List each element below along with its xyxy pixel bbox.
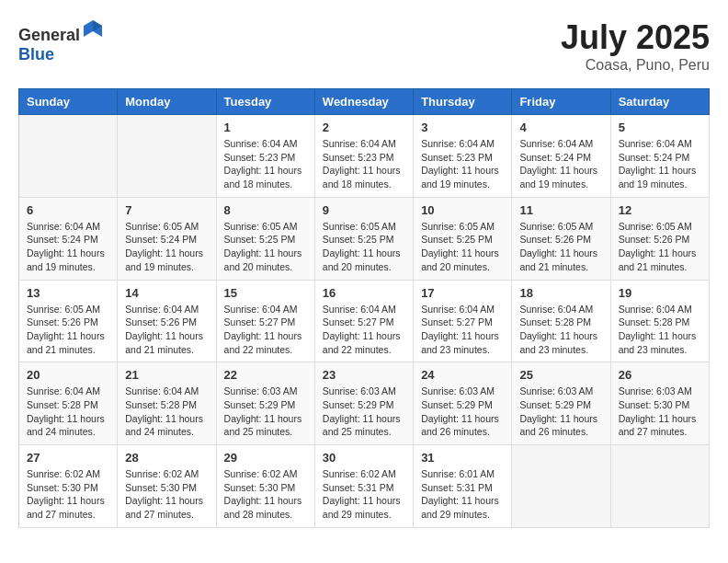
col-tuesday: Tuesday [216,89,314,115]
month-year-title: July 2025 [561,18,710,57]
day-number: 9 [323,203,405,217]
day-info: Sunrise: 6:04 AMSunset: 5:28 PMDaylight:… [27,385,109,439]
day-number: 19 [619,286,701,300]
day-number: 17 [421,286,504,300]
table-row: 18Sunrise: 6:04 AMSunset: 5:28 PMDayligh… [512,280,610,362]
col-sunday: Sunday [19,89,118,115]
table-row: 19Sunrise: 6:04 AMSunset: 5:28 PMDayligh… [610,280,709,362]
table-row: 4Sunrise: 6:04 AMSunset: 5:24 PMDaylight… [512,115,610,198]
table-row: 7Sunrise: 6:05 AMSunset: 5:24 PMDaylight… [118,197,216,280]
day-info: Sunrise: 6:04 AMSunset: 5:24 PMDaylight:… [27,220,109,274]
day-number: 30 [323,451,405,465]
day-info: Sunrise: 6:04 AMSunset: 5:23 PMDaylight:… [224,137,307,191]
day-info: Sunrise: 6:01 AMSunset: 5:31 PMDaylight:… [421,467,504,522]
day-number: 23 [323,368,405,382]
day-number: 22 [224,368,307,382]
day-number: 11 [519,203,602,217]
day-info: Sunrise: 6:04 AMSunset: 5:28 PMDaylight:… [619,303,701,357]
table-row: 5Sunrise: 6:04 AMSunset: 5:24 PMDaylight… [610,115,709,198]
calendar-week-row: 13Sunrise: 6:05 AMSunset: 5:26 PMDayligh… [19,280,710,362]
day-number: 24 [421,368,504,382]
table-row: 24Sunrise: 6:03 AMSunset: 5:29 PMDayligh… [414,362,512,445]
col-thursday: Thursday [414,89,512,115]
day-number: 12 [619,203,701,217]
day-info: Sunrise: 6:04 AMSunset: 5:27 PMDaylight:… [421,303,504,357]
day-number: 20 [27,368,109,382]
day-number: 29 [224,451,307,465]
day-number: 13 [27,286,109,300]
table-row: 10Sunrise: 6:05 AMSunset: 5:25 PMDayligh… [414,197,512,280]
day-number: 31 [421,451,504,465]
logo: General Blue [18,18,104,64]
table-row [610,445,709,528]
table-row: 6Sunrise: 6:04 AMSunset: 5:24 PMDaylight… [19,197,118,280]
table-row: 13Sunrise: 6:05 AMSunset: 5:26 PMDayligh… [19,280,118,362]
calendar-header-row: Sunday Monday Tuesday Wednesday Thursday… [19,89,710,115]
day-info: Sunrise: 6:03 AMSunset: 5:29 PMDaylight:… [323,385,405,439]
day-info: Sunrise: 6:04 AMSunset: 5:23 PMDaylight:… [323,137,405,191]
day-number: 8 [224,203,307,217]
table-row: 21Sunrise: 6:04 AMSunset: 5:28 PMDayligh… [118,362,216,445]
day-number: 2 [323,121,405,134]
day-info: Sunrise: 6:02 AMSunset: 5:30 PMDaylight:… [125,467,208,522]
day-info: Sunrise: 6:05 AMSunset: 5:25 PMDaylight:… [323,220,405,274]
calendar-week-row: 6Sunrise: 6:04 AMSunset: 5:24 PMDaylight… [19,197,710,280]
table-row: 16Sunrise: 6:04 AMSunset: 5:27 PMDayligh… [314,280,413,362]
table-row: 29Sunrise: 6:02 AMSunset: 5:30 PMDayligh… [216,445,314,528]
table-row [19,115,118,198]
calendar-week-row: 20Sunrise: 6:04 AMSunset: 5:28 PMDayligh… [19,362,710,445]
day-info: Sunrise: 6:04 AMSunset: 5:23 PMDaylight:… [421,137,504,191]
table-row: 30Sunrise: 6:02 AMSunset: 5:31 PMDayligh… [314,445,413,528]
table-row: 20Sunrise: 6:04 AMSunset: 5:28 PMDayligh… [19,362,118,445]
day-info: Sunrise: 6:02 AMSunset: 5:30 PMDaylight:… [27,467,109,522]
day-info: Sunrise: 6:02 AMSunset: 5:30 PMDaylight:… [224,467,307,522]
day-info: Sunrise: 6:02 AMSunset: 5:31 PMDaylight:… [323,467,405,522]
table-row: 9Sunrise: 6:05 AMSunset: 5:25 PMDaylight… [314,197,413,280]
col-saturday: Saturday [610,89,709,115]
page-header: General Blue July 2025 Coasa, Puno, Peru [18,18,710,74]
table-row [512,445,610,528]
day-info: Sunrise: 6:05 AMSunset: 5:26 PMDaylight:… [27,303,109,357]
day-number: 5 [619,121,701,134]
location-subtitle: Coasa, Puno, Peru [561,57,710,74]
day-number: 26 [619,368,701,382]
day-info: Sunrise: 6:05 AMSunset: 5:25 PMDaylight:… [224,220,307,274]
day-number: 3 [421,121,504,134]
day-info: Sunrise: 6:04 AMSunset: 5:27 PMDaylight:… [224,303,307,357]
col-wednesday: Wednesday [314,89,413,115]
table-row: 14Sunrise: 6:04 AMSunset: 5:26 PMDayligh… [118,280,216,362]
day-info: Sunrise: 6:04 AMSunset: 5:24 PMDaylight:… [519,137,602,191]
table-row: 27Sunrise: 6:02 AMSunset: 5:30 PMDayligh… [19,445,118,528]
day-info: Sunrise: 6:03 AMSunset: 5:29 PMDaylight:… [519,385,602,439]
day-number: 16 [323,286,405,300]
calendar-week-row: 1Sunrise: 6:04 AMSunset: 5:23 PMDaylight… [19,115,710,198]
title-section: July 2025 Coasa, Puno, Peru [561,18,710,74]
day-info: Sunrise: 6:04 AMSunset: 5:26 PMDaylight:… [125,303,208,357]
day-info: Sunrise: 6:03 AMSunset: 5:29 PMDaylight:… [224,385,307,439]
day-info: Sunrise: 6:04 AMSunset: 5:24 PMDaylight:… [619,137,701,191]
table-row: 17Sunrise: 6:04 AMSunset: 5:27 PMDayligh… [414,280,512,362]
day-info: Sunrise: 6:04 AMSunset: 5:28 PMDaylight:… [125,385,208,439]
day-number: 14 [125,286,208,300]
table-row: 23Sunrise: 6:03 AMSunset: 5:29 PMDayligh… [314,362,413,445]
table-row: 25Sunrise: 6:03 AMSunset: 5:29 PMDayligh… [512,362,610,445]
table-row: 8Sunrise: 6:05 AMSunset: 5:25 PMDaylight… [216,197,314,280]
day-info: Sunrise: 6:05 AMSunset: 5:24 PMDaylight:… [125,220,208,274]
day-info: Sunrise: 6:05 AMSunset: 5:25 PMDaylight:… [421,220,504,274]
day-number: 21 [125,368,208,382]
table-row: 26Sunrise: 6:03 AMSunset: 5:30 PMDayligh… [610,362,709,445]
day-number: 4 [519,121,602,134]
logo-icon [82,18,104,40]
table-row: 31Sunrise: 6:01 AMSunset: 5:31 PMDayligh… [414,445,512,528]
table-row: 3Sunrise: 6:04 AMSunset: 5:23 PMDaylight… [414,115,512,198]
day-info: Sunrise: 6:05 AMSunset: 5:26 PMDaylight:… [519,220,602,274]
day-number: 15 [224,286,307,300]
logo-blue: Blue [18,45,54,63]
calendar-table: Sunday Monday Tuesday Wednesday Thursday… [18,88,710,528]
day-info: Sunrise: 6:05 AMSunset: 5:26 PMDaylight:… [619,220,701,274]
day-number: 25 [519,368,602,382]
table-row: 2Sunrise: 6:04 AMSunset: 5:23 PMDaylight… [314,115,413,198]
day-number: 10 [421,203,504,217]
logo-general: General [18,26,80,44]
day-info: Sunrise: 6:04 AMSunset: 5:28 PMDaylight:… [519,303,602,357]
